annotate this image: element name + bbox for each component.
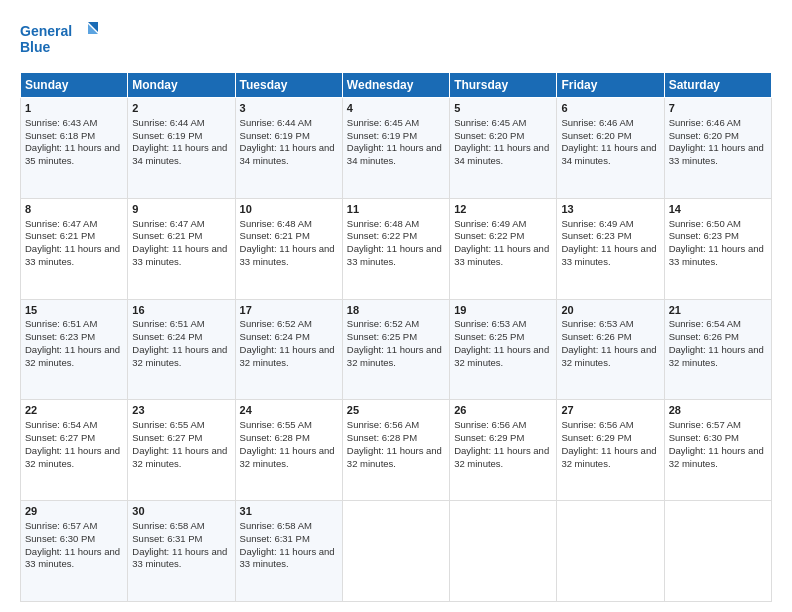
- day-number: 25: [347, 403, 445, 418]
- day-number: 16: [132, 303, 230, 318]
- day-number: 2: [132, 101, 230, 116]
- week-row-5: 29Sunrise: 6:57 AMSunset: 6:30 PMDayligh…: [21, 501, 772, 602]
- day-cell: 5Sunrise: 6:45 AMSunset: 6:20 PMDaylight…: [450, 98, 557, 199]
- day-number: 20: [561, 303, 659, 318]
- day-number: 7: [669, 101, 767, 116]
- day-cell: 10Sunrise: 6:48 AMSunset: 6:21 PMDayligh…: [235, 198, 342, 299]
- header-wednesday: Wednesday: [342, 73, 449, 98]
- day-number: 11: [347, 202, 445, 217]
- sunset-label: Sunset: 6:29 PM: [561, 432, 631, 443]
- sunset-label: Sunset: 6:19 PM: [132, 130, 202, 141]
- sunrise-label: Sunrise: 6:53 AM: [454, 318, 526, 329]
- daylight-label: Daylight: 11 hours and 32 minutes.: [132, 344, 227, 368]
- sunset-label: Sunset: 6:21 PM: [132, 230, 202, 241]
- calendar-header-row: SundayMondayTuesdayWednesdayThursdayFrid…: [21, 73, 772, 98]
- sunset-label: Sunset: 6:25 PM: [347, 331, 417, 342]
- day-cell: 22Sunrise: 6:54 AMSunset: 6:27 PMDayligh…: [21, 400, 128, 501]
- day-number: 8: [25, 202, 123, 217]
- header-sunday: Sunday: [21, 73, 128, 98]
- day-cell: 3Sunrise: 6:44 AMSunset: 6:19 PMDaylight…: [235, 98, 342, 199]
- sunset-label: Sunset: 6:23 PM: [25, 331, 95, 342]
- day-cell: 13Sunrise: 6:49 AMSunset: 6:23 PMDayligh…: [557, 198, 664, 299]
- daylight-label: Daylight: 11 hours and 33 minutes.: [25, 243, 120, 267]
- daylight-label: Daylight: 11 hours and 33 minutes.: [25, 546, 120, 570]
- sunset-label: Sunset: 6:29 PM: [454, 432, 524, 443]
- sunrise-label: Sunrise: 6:50 AM: [669, 218, 741, 229]
- day-number: 29: [25, 504, 123, 519]
- daylight-label: Daylight: 11 hours and 33 minutes.: [669, 243, 764, 267]
- daylight-label: Daylight: 11 hours and 32 minutes.: [561, 344, 656, 368]
- daylight-label: Daylight: 11 hours and 34 minutes.: [347, 142, 442, 166]
- day-number: 19: [454, 303, 552, 318]
- logo-svg: General Blue: [20, 18, 100, 62]
- sunset-label: Sunset: 6:27 PM: [132, 432, 202, 443]
- sunrise-label: Sunrise: 6:44 AM: [132, 117, 204, 128]
- daylight-label: Daylight: 11 hours and 32 minutes.: [454, 445, 549, 469]
- day-cell: 21Sunrise: 6:54 AMSunset: 6:26 PMDayligh…: [664, 299, 771, 400]
- day-cell: 25Sunrise: 6:56 AMSunset: 6:28 PMDayligh…: [342, 400, 449, 501]
- day-cell: 19Sunrise: 6:53 AMSunset: 6:25 PMDayligh…: [450, 299, 557, 400]
- sunset-label: Sunset: 6:31 PM: [240, 533, 310, 544]
- sunrise-label: Sunrise: 6:47 AM: [25, 218, 97, 229]
- day-cell: [664, 501, 771, 602]
- sunrise-label: Sunrise: 6:54 AM: [25, 419, 97, 430]
- sunset-label: Sunset: 6:19 PM: [240, 130, 310, 141]
- day-number: 4: [347, 101, 445, 116]
- day-number: 18: [347, 303, 445, 318]
- sunset-label: Sunset: 6:26 PM: [669, 331, 739, 342]
- day-number: 10: [240, 202, 338, 217]
- sunrise-label: Sunrise: 6:58 AM: [240, 520, 312, 531]
- sunrise-label: Sunrise: 6:56 AM: [454, 419, 526, 430]
- daylight-label: Daylight: 11 hours and 33 minutes.: [132, 243, 227, 267]
- day-cell: 17Sunrise: 6:52 AMSunset: 6:24 PMDayligh…: [235, 299, 342, 400]
- sunrise-label: Sunrise: 6:56 AM: [561, 419, 633, 430]
- day-cell: 11Sunrise: 6:48 AMSunset: 6:22 PMDayligh…: [342, 198, 449, 299]
- sunrise-label: Sunrise: 6:53 AM: [561, 318, 633, 329]
- sunrise-label: Sunrise: 6:44 AM: [240, 117, 312, 128]
- day-cell: 14Sunrise: 6:50 AMSunset: 6:23 PMDayligh…: [664, 198, 771, 299]
- daylight-label: Daylight: 11 hours and 33 minutes.: [347, 243, 442, 267]
- day-number: 6: [561, 101, 659, 116]
- sunset-label: Sunset: 6:24 PM: [132, 331, 202, 342]
- sunrise-label: Sunrise: 6:49 AM: [454, 218, 526, 229]
- daylight-label: Daylight: 11 hours and 33 minutes.: [240, 243, 335, 267]
- day-cell: [557, 501, 664, 602]
- day-number: 27: [561, 403, 659, 418]
- day-cell: 18Sunrise: 6:52 AMSunset: 6:25 PMDayligh…: [342, 299, 449, 400]
- day-cell: [342, 501, 449, 602]
- sunrise-label: Sunrise: 6:56 AM: [347, 419, 419, 430]
- sunset-label: Sunset: 6:25 PM: [454, 331, 524, 342]
- calendar-body: 1Sunrise: 6:43 AMSunset: 6:18 PMDaylight…: [21, 98, 772, 602]
- sunset-label: Sunset: 6:20 PM: [454, 130, 524, 141]
- day-cell: 28Sunrise: 6:57 AMSunset: 6:30 PMDayligh…: [664, 400, 771, 501]
- day-number: 22: [25, 403, 123, 418]
- day-number: 30: [132, 504, 230, 519]
- sunrise-label: Sunrise: 6:58 AM: [132, 520, 204, 531]
- sunset-label: Sunset: 6:20 PM: [561, 130, 631, 141]
- daylight-label: Daylight: 11 hours and 32 minutes.: [454, 344, 549, 368]
- daylight-label: Daylight: 11 hours and 33 minutes.: [454, 243, 549, 267]
- daylight-label: Daylight: 11 hours and 34 minutes.: [240, 142, 335, 166]
- day-number: 12: [454, 202, 552, 217]
- sunrise-label: Sunrise: 6:57 AM: [25, 520, 97, 531]
- sunset-label: Sunset: 6:18 PM: [25, 130, 95, 141]
- day-cell: 29Sunrise: 6:57 AMSunset: 6:30 PMDayligh…: [21, 501, 128, 602]
- sunset-label: Sunset: 6:22 PM: [347, 230, 417, 241]
- daylight-label: Daylight: 11 hours and 32 minutes.: [132, 445, 227, 469]
- daylight-label: Daylight: 11 hours and 33 minutes.: [132, 546, 227, 570]
- sunrise-label: Sunrise: 6:55 AM: [132, 419, 204, 430]
- daylight-label: Daylight: 11 hours and 33 minutes.: [561, 243, 656, 267]
- daylight-label: Daylight: 11 hours and 32 minutes.: [347, 344, 442, 368]
- daylight-label: Daylight: 11 hours and 34 minutes.: [132, 142, 227, 166]
- sunrise-label: Sunrise: 6:57 AM: [669, 419, 741, 430]
- sunset-label: Sunset: 6:27 PM: [25, 432, 95, 443]
- day-cell: 26Sunrise: 6:56 AMSunset: 6:29 PMDayligh…: [450, 400, 557, 501]
- day-number: 14: [669, 202, 767, 217]
- day-cell: 12Sunrise: 6:49 AMSunset: 6:22 PMDayligh…: [450, 198, 557, 299]
- header-friday: Friday: [557, 73, 664, 98]
- day-number: 21: [669, 303, 767, 318]
- sunrise-label: Sunrise: 6:45 AM: [347, 117, 419, 128]
- sunset-label: Sunset: 6:22 PM: [454, 230, 524, 241]
- sunset-label: Sunset: 6:23 PM: [561, 230, 631, 241]
- sunrise-label: Sunrise: 6:48 AM: [240, 218, 312, 229]
